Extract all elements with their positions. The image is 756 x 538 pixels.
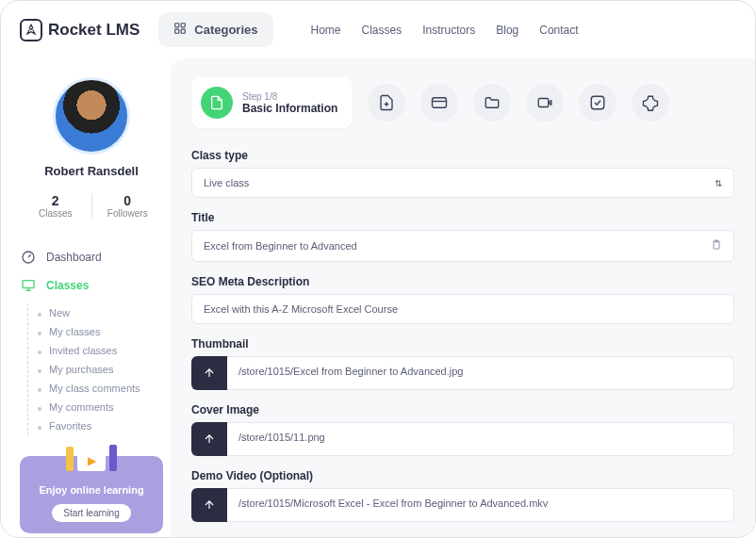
promo-illustration-icon: ▶ [66, 445, 117, 471]
sidebar-item-classes[interactable]: Classes [20, 271, 163, 300]
submenu-invited[interactable]: Invited classes [40, 341, 163, 360]
seo-label: SEO Meta Description [191, 275, 734, 288]
submenu-my-comments[interactable]: My comments [40, 398, 163, 416]
step-7[interactable] [632, 84, 669, 122]
title-value: Excel from Beginner to Advanced [204, 240, 357, 252]
stat-followers-label: Followers [92, 208, 164, 219]
gauge-icon [20, 249, 37, 266]
stats: 2 Classes 0 Followers [20, 193, 163, 219]
submenu-class-comments[interactable]: My class comments [40, 379, 163, 398]
username: Robert Ransdell [20, 164, 163, 178]
stat-classes-num: 2 [20, 193, 91, 208]
wizard-steps: Step 1/8 Basic Information [191, 77, 734, 128]
submenu-my-classes[interactable]: My classes [40, 322, 163, 341]
thumbnail-upload-button[interactable] [191, 356, 227, 390]
thumbnail-path[interactable]: /store/1015/Excel from Beginner to Advan… [227, 356, 734, 390]
categories-label: Categories [194, 23, 257, 37]
svg-rect-1 [181, 24, 185, 27]
promo-card: ▶ Enjoy online learning Start learning [20, 456, 163, 533]
step-title: Basic Information [242, 102, 337, 115]
class-type-value: Live class [204, 177, 249, 188]
sidebar-menu: Dashboard Classes [20, 243, 163, 300]
classes-label: Classes [46, 279, 89, 292]
title-label: Title [191, 211, 734, 224]
cover-upload-button[interactable] [191, 422, 227, 456]
step-3[interactable] [420, 84, 458, 122]
step-4[interactable] [473, 84, 511, 122]
dashboard-label: Dashboard [46, 251, 102, 264]
class-type-select[interactable]: Live class ⇅ [191, 168, 734, 198]
submenu-favorites[interactable]: Favorites [40, 416, 163, 435]
demo-label: Demo Video (Optional) [191, 469, 734, 482]
clipboard-icon [711, 239, 722, 253]
class-type-label: Class type [191, 149, 734, 162]
step-5[interactable] [526, 84, 564, 122]
sidebar: Robert Ransdell 2 Classes 0 Followers Da… [1, 58, 171, 538]
field-class-type: Class type Live class ⇅ [191, 149, 734, 198]
step-6[interactable] [579, 84, 616, 122]
cover-path[interactable]: /store/1015/11.png [227, 422, 734, 456]
start-learning-button[interactable]: Start learning [52, 504, 130, 522]
demo-upload-button[interactable] [191, 488, 227, 522]
avatar[interactable] [53, 77, 130, 155]
presentation-icon [20, 277, 37, 294]
svg-rect-7 [539, 99, 550, 107]
nav-blog[interactable]: Blog [496, 24, 518, 37]
categories-button[interactable]: Categories [158, 12, 272, 47]
field-title: Title Excel from Beginner to Advanced [191, 211, 734, 262]
seo-value: Excel with this A-Z Microsoft Excel Cour… [204, 303, 398, 315]
logo-text: Rocket LMS [48, 21, 140, 40]
app-window: Rocket LMS Categories Home Classes Instr… [0, 0, 756, 538]
nav-classes[interactable]: Classes [362, 24, 403, 37]
stat-followers: 0 Followers [92, 193, 164, 219]
submenu-purchases[interactable]: My purchases [40, 360, 163, 379]
stat-classes-label: Classes [20, 208, 91, 219]
rocket-logo-icon [20, 19, 42, 41]
field-cover: Cover Image /store/1015/11.png [191, 403, 734, 456]
svg-rect-0 [175, 24, 179, 27]
logo[interactable]: Rocket LMS [20, 19, 140, 41]
submenu-new[interactable]: New [40, 303, 163, 322]
main-nav: Home Classes Instructors Blog Contact [311, 24, 579, 37]
step-2[interactable] [368, 84, 405, 122]
demo-path[interactable]: /store/1015/Microsoft Excel - Excel from… [227, 488, 734, 522]
svg-rect-6 [433, 98, 447, 108]
nav-instructors[interactable]: Instructors [422, 24, 475, 37]
nav-home[interactable]: Home [311, 24, 341, 37]
field-thumbnail: Thumbnail /store/1015/Excel from Beginne… [191, 337, 734, 390]
seo-input[interactable]: Excel with this A-Z Microsoft Excel Cour… [191, 294, 734, 324]
field-demo: Demo Video (Optional) /store/1015/Micros… [191, 469, 734, 522]
promo-text: Enjoy online learning [29, 484, 154, 496]
thumbnail-label: Thumbnail [191, 337, 734, 351]
svg-rect-3 [181, 29, 185, 33]
chevron-updown-icon: ⇅ [715, 178, 722, 188]
main-content: Step 1/8 Basic Information Class type Li… [171, 58, 755, 538]
classes-submenu: New My classes Invited classes My purcha… [27, 303, 163, 435]
svg-rect-5 [23, 281, 34, 288]
body: Robert Ransdell 2 Classes 0 Followers Da… [1, 58, 755, 538]
grid-icon [173, 22, 187, 38]
stat-followers-num: 0 [92, 193, 164, 208]
title-input[interactable]: Excel from Beginner to Advanced [191, 230, 734, 262]
field-seo: SEO Meta Description Excel with this A-Z… [191, 275, 734, 324]
stat-classes: 2 Classes [20, 193, 92, 219]
step-counter: Step 1/8 [242, 91, 337, 102]
header: Rocket LMS Categories Home Classes Instr… [1, 1, 755, 58]
nav-contact[interactable]: Contact [539, 24, 578, 37]
step-1-basic-info[interactable]: Step 1/8 Basic Information [191, 77, 353, 128]
svg-rect-2 [175, 29, 179, 33]
sidebar-item-dashboard[interactable]: Dashboard [20, 243, 163, 271]
svg-rect-8 [592, 96, 605, 109]
document-icon [201, 87, 233, 119]
cover-label: Cover Image [191, 403, 734, 416]
